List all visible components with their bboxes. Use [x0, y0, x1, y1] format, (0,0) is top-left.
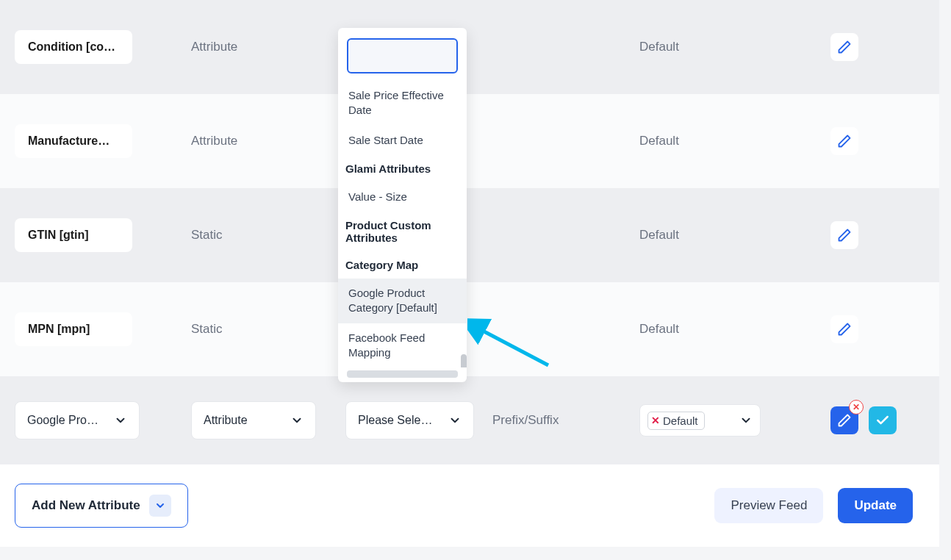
add-new-attribute-button[interactable]: Add New Attribute	[15, 484, 188, 528]
pencil-icon	[837, 134, 852, 148]
chevron-down-icon	[149, 495, 171, 517]
preview-feed-button[interactable]: Preview Feed	[714, 488, 823, 523]
button-label: Add New Attribute	[32, 498, 140, 513]
confirm-button[interactable]	[869, 406, 897, 434]
dropdown-option[interactable]: Facebook Feed Mapping	[338, 323, 467, 368]
pill-label: Default	[663, 414, 698, 427]
attribute-row: GTIN [gtin] Static Default	[0, 188, 939, 282]
value-select[interactable]: Please Sele…	[345, 401, 474, 439]
edit-button[interactable]	[830, 315, 858, 343]
attribute-row: MPN [mpn] Static Default	[0, 282, 939, 376]
dropdown-option[interactable]: Sale Start Date	[338, 126, 467, 155]
dropdown-search-input[interactable]	[347, 38, 458, 73]
chevron-down-icon	[114, 414, 127, 427]
attr-tag: Manufacture…	[15, 124, 132, 158]
update-button[interactable]: Update	[838, 488, 913, 523]
type-text: Attribute	[191, 40, 345, 54]
edit-button[interactable]	[830, 221, 858, 249]
attribute-edit-row: Google Pro… Attribute Please Sele… Prefi…	[0, 376, 939, 464]
attr-tag: GTIN [gtin]	[15, 218, 132, 252]
output-select[interactable]: ✕ Default	[639, 404, 761, 437]
page-scrollbar[interactable]	[939, 0, 951, 550]
pencil-icon	[837, 413, 852, 428]
output-text: Default	[639, 134, 830, 148]
select-value: Please Sele…	[358, 414, 432, 427]
dropdown-group-header: Product Custom Attributes	[338, 212, 467, 251]
dropdown-group-header: Glami Attributes	[338, 155, 467, 182]
type-text: Static	[191, 228, 345, 243]
output-text: Default	[639, 228, 830, 243]
attr-tag: Condition [co…	[15, 30, 132, 64]
pencil-icon	[837, 228, 852, 243]
check-icon	[875, 413, 890, 428]
select-value: Attribute	[204, 414, 248, 427]
dropdown-option[interactable]: Sale Price Effective Date	[338, 81, 467, 126]
remove-row-badge[interactable]: ✕	[849, 400, 864, 414]
output-text: Default	[639, 322, 830, 337]
chevron-down-icon	[739, 414, 753, 427]
edit-button[interactable]	[830, 127, 858, 155]
chevron-down-icon	[290, 414, 304, 427]
dropdown-option[interactable]: Google Product Category [Default]	[338, 279, 467, 323]
chevron-down-icon	[448, 414, 462, 427]
type-text: Static	[191, 322, 345, 337]
dropdown-group-header: Category Map	[338, 251, 467, 279]
output-pill[interactable]: ✕ Default	[647, 412, 705, 430]
scrollbar-horizontal[interactable]	[347, 370, 458, 378]
prefix-suffix-label: Prefix/Suffix	[492, 413, 639, 428]
dropdown-option[interactable]: Value - Size	[338, 182, 467, 212]
output-text: Default	[639, 40, 830, 54]
attribute-row: Condition [co… Attribute Default	[0, 0, 939, 94]
button-label: Update	[854, 498, 897, 513]
attribute-row: Manufacture… Attribute Default	[0, 94, 939, 188]
pencil-icon	[837, 322, 852, 337]
attribute-select[interactable]: Google Pro…	[15, 401, 140, 439]
attribute-dropdown[interactable]: Sale Price Effective DateSale Start Date…	[338, 28, 467, 382]
dropdown-list[interactable]: Sale Price Effective DateSale Start Date…	[338, 81, 467, 367]
scrollbar-thumb[interactable]	[461, 354, 467, 367]
pencil-icon	[837, 40, 852, 54]
type-text: Attribute	[191, 134, 345, 148]
remove-pill-icon[interactable]: ✕	[651, 414, 660, 426]
attr-tag: MPN [mpn]	[15, 312, 132, 346]
button-label: Preview Feed	[731, 498, 807, 513]
edit-button[interactable]	[830, 33, 858, 61]
select-value: Google Pro…	[27, 414, 98, 427]
type-select[interactable]: Attribute	[191, 401, 316, 439]
footer-bar: Add New Attribute Preview Feed Update	[0, 464, 939, 547]
